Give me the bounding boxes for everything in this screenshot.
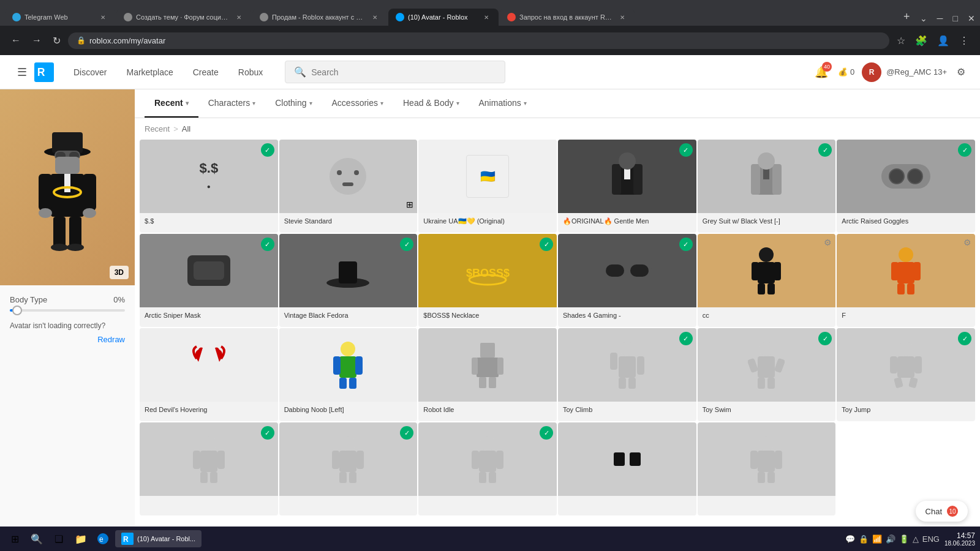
browser-tab-3[interactable]: Продам - Roblox аккаунт с дон... ✕ (252, 9, 387, 26)
browser-tab-2[interactable]: Создать тему · Форум социал... ✕ (116, 9, 251, 26)
bookmark-button[interactable]: ☆ (893, 32, 909, 49)
tab-animations[interactable]: Animations ▾ (469, 89, 537, 118)
chat-bubble[interactable]: Chat 10 (916, 501, 968, 522)
user-avatar: R (862, 62, 881, 82)
chevron-down-icon: ▾ (524, 100, 527, 107)
avatar-3d-toggle[interactable]: 3D (110, 266, 129, 279)
nav-discover[interactable]: Discover (64, 62, 116, 82)
item-card[interactable]: ✓Toy Swim (698, 328, 836, 421)
settings-button[interactable]: ⚙ (954, 64, 968, 80)
item-card[interactable]: $BOSS$✓$BOSS$ Necklace (418, 234, 557, 327)
minimize-button[interactable]: ─ (932, 11, 948, 26)
nav-marketplace[interactable]: Marketplace (116, 62, 183, 82)
item-card[interactable]: ⊞Stevie Standard (279, 140, 418, 233)
item-card[interactable]: Robot Idle (418, 328, 557, 421)
redraw-button[interactable]: Redraw (97, 335, 125, 344)
item-card[interactable]: ✓Arctic Sniper Mask (140, 234, 278, 327)
item-name-label: Stevie Standard (279, 213, 418, 233)
svg-rect-71 (774, 358, 785, 373)
svg-rect-72 (758, 378, 765, 389)
breadcrumb-parent[interactable]: Recent (145, 124, 170, 133)
network-icon[interactable]: 📶 (872, 534, 882, 544)
item-card[interactable]: ✓Grey Suit w/ Black Vest [-] (698, 140, 836, 233)
item-name-label: $BOSS$ Necklace (418, 307, 557, 327)
item-card[interactable]: Dabbing Noob [Left] (279, 328, 418, 421)
item-card[interactable]: ⚙F (837, 234, 975, 327)
item-card[interactable]: ⚙cc (698, 234, 836, 327)
browser-tab-4[interactable]: (10) Avatar - Roblox ✕ (388, 9, 499, 26)
tab-recent[interactable]: Recent ▾ (145, 89, 198, 118)
refresh-button[interactable]: ↻ (49, 32, 64, 49)
svg-point-13 (39, 208, 52, 218)
item-card[interactable]: ✓Arctic Raised Goggles (837, 140, 975, 233)
volume-icon[interactable]: 🔊 (886, 534, 895, 544)
taskbar-right: 💬 🔒 📶 🔊 🔋 △ ENG 14:57 18.06.2023 (845, 531, 975, 547)
taskbar-roblox-app[interactable]: R (10) Avatar - Robl... (115, 530, 202, 547)
item-card[interactable]: 🇺🇦Ukraine UA🇺🇦💛 (Original) (418, 140, 557, 233)
item-card[interactable] (558, 422, 696, 515)
taskbar-file-explorer[interactable]: 📁 (71, 529, 91, 549)
browser-menu-button[interactable]: ⋮ (956, 32, 973, 49)
svg-rect-46 (891, 262, 899, 280)
nav-create[interactable]: Create (183, 62, 228, 82)
browser-tab-5[interactable]: Запрос на вход в аккаунт Robl... ✕ (500, 9, 635, 26)
maximize-button[interactable]: □ (948, 11, 963, 26)
chat-sys-icon[interactable]: 💬 (845, 534, 855, 544)
tab-head-body[interactable]: Head & Body ▾ (393, 89, 469, 118)
svg-rect-54 (339, 378, 347, 389)
extensions-button[interactable]: 🧩 (911, 32, 931, 49)
search-input[interactable] (311, 67, 496, 77)
item-checked-badge: ✓ (818, 332, 832, 345)
new-tab-button[interactable]: + (899, 8, 915, 26)
item-thumb-image: $BOSS$ (463, 246, 512, 295)
notification-tray-icon[interactable]: △ (913, 534, 919, 544)
item-name-label: Dabbing Noob [Left] (279, 402, 418, 421)
body-type-slider[interactable] (10, 309, 125, 312)
task-view-button[interactable]: ❏ (49, 529, 69, 549)
robux-button[interactable]: 💰 0 (838, 67, 854, 77)
svg-rect-61 (489, 377, 496, 388)
svg-rect-15 (53, 217, 66, 247)
item-card[interactable]: ✓Shades 4 Gaming - (558, 234, 696, 327)
item-thumb-image (463, 340, 512, 389)
item-card[interactable]: ✓ (279, 422, 418, 515)
svg-rect-70 (748, 358, 758, 373)
item-thumb-image (881, 246, 930, 295)
search-bar-container[interactable]: 🔍 (285, 61, 505, 83)
profile-button[interactable]: 👤 (933, 32, 953, 49)
item-thumbnail: ⚙ (837, 234, 975, 307)
svg-rect-57 (477, 358, 499, 377)
notifications-button[interactable]: 🔔 40 (812, 63, 831, 81)
nav-robux[interactable]: Robux (228, 62, 273, 82)
item-card[interactable]: ✓Toy Climb (558, 328, 696, 421)
tab-clothing[interactable]: Clothing ▾ (265, 89, 322, 118)
tab-characters[interactable]: Characters ▾ (198, 89, 265, 118)
svg-line-37 (649, 269, 652, 271)
item-card[interactable]: ✓ (140, 422, 278, 515)
item-card[interactable]: $.$●✓$.$ (140, 140, 278, 233)
item-thumbnail: ✓ (837, 140, 975, 213)
item-card[interactable]: ✓Vintage Black Fedora (279, 234, 418, 327)
top-nav: ☰ R Discover Marketplace Create Robux 🔍 … (0, 55, 980, 89)
item-gear-icon[interactable]: ⚙ (824, 238, 832, 247)
address-bar[interactable]: 🔒 roblox.com/my/avatar (68, 32, 889, 49)
back-button[interactable]: ← (7, 32, 24, 48)
hamburger-menu[interactable]: ☰ (12, 61, 32, 84)
user-info[interactable]: R @Reg_AMC 13+ (862, 62, 947, 82)
item-card[interactable]: Red Devil's Hovering (140, 328, 278, 421)
start-button[interactable]: ⊞ (5, 529, 24, 549)
browser-tab-1[interactable]: Telegram Web ✕ (5, 9, 115, 26)
item-card[interactable]: ✓Toy Jump (837, 328, 975, 421)
svg-point-80 (202, 436, 216, 451)
taskbar-search[interactable]: 🔍 (27, 529, 47, 549)
forward-button[interactable]: → (28, 32, 45, 48)
item-card[interactable]: ✓🔥ORIGINAL🔥 Gentle Men (558, 140, 696, 233)
taskbar-edge[interactable]: e (93, 529, 113, 549)
close-button[interactable]: ✕ (963, 11, 980, 26)
item-gear-icon[interactable]: ⚙ (963, 238, 971, 247)
item-thumb-image (184, 246, 233, 295)
tab-accessories[interactable]: Accessories ▾ (322, 89, 393, 118)
item-card[interactable] (698, 422, 836, 515)
tab-scroll-arrows[interactable]: ⌄ (915, 11, 932, 26)
item-card[interactable]: ✓ (418, 422, 557, 515)
